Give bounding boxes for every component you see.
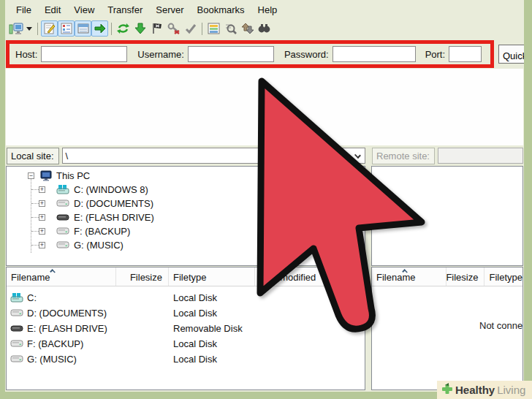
refresh-icon[interactable] [115, 20, 132, 37]
windows-drive-icon [10, 292, 24, 303]
column-header-filename[interactable]: Filename [372, 267, 446, 286]
remote-site-combobox [438, 148, 523, 164]
menu-bar: File Edit View Transfer Server Bookmarks… [10, 1, 284, 18]
toggle-queue-icon[interactable] [91, 20, 108, 37]
tree-node-label: This PC [56, 170, 90, 181]
site-manager-icon[interactable] [7, 20, 24, 37]
plus-leaf-icon [441, 382, 453, 398]
remote-file-list: Filename Filesize Filetype Not connected… [371, 267, 523, 390]
toolbar [7, 19, 273, 38]
menu-help[interactable]: Help [251, 3, 284, 17]
tree-node-drive-e[interactable]: E: (FLASH DRIVE) [7, 210, 365, 224]
expand-icon[interactable] [39, 200, 45, 207]
reconnect-icon[interactable] [182, 20, 199, 37]
tree-node-label: G: (MUSIC) [74, 240, 123, 251]
column-header-filetype[interactable]: Filetype [169, 267, 255, 286]
synchronized-browsing-icon[interactable] [239, 20, 256, 37]
drive-icon [10, 339, 24, 349]
drive-icon [56, 199, 70, 208]
tree-node-label: D: (DOCUMENTS) [74, 198, 153, 209]
username-input[interactable] [188, 46, 274, 62]
drive-icon [10, 308, 24, 318]
find-files-icon[interactable] [256, 20, 273, 37]
brand-text-bold: Healthy [455, 384, 495, 396]
filezilla-window: File Edit View Transfer Server Bookmarks… [5, 0, 524, 392]
tree-node-drive-c[interactable]: C: (WINDOWS 8) [7, 183, 365, 197]
menu-view[interactable]: View [67, 3, 101, 17]
drive-icon [56, 227, 70, 236]
tree-node-this-pc[interactable]: This PC [7, 169, 365, 183]
cancel-icon[interactable] [148, 20, 165, 37]
windows-drive-icon [56, 184, 70, 195]
password-input[interactable] [332, 46, 416, 62]
toggle-local-tree-icon[interactable] [58, 20, 75, 37]
password-label: Password: [284, 49, 329, 60]
file-row-drive-d[interactable]: D: (DOCUMENTS) Local Disk [7, 305, 365, 321]
local-site-path: \ [66, 151, 69, 162]
menu-bookmarks[interactable]: Bookmarks [191, 3, 251, 17]
local-site-label: Local site: [7, 148, 59, 164]
tree-node-drive-f[interactable]: F: (BACKUP) [7, 224, 365, 238]
remote-site-bar: Remote site: [372, 146, 523, 165]
quickconnect-button[interactable]: Quickconnect [498, 45, 524, 64]
healthy-living-logo: Healthy Living [437, 381, 532, 399]
toolbar-separator [111, 23, 112, 35]
removable-drive-icon [56, 213, 70, 222]
drive-icon [10, 354, 24, 364]
toggle-remote-tree-icon[interactable] [75, 20, 91, 37]
remote-tree-panel [371, 166, 523, 266]
port-input[interactable] [449, 46, 482, 62]
brand-text-light: Living [497, 384, 525, 396]
tree-node-drive-d[interactable]: D: (DOCUMENTS) [7, 197, 365, 210]
filename-filters-icon[interactable] [222, 20, 239, 37]
menu-edit[interactable]: Edit [38, 3, 67, 17]
file-row-drive-e[interactable]: E: (FLASH DRIVE) Removable Disk [7, 321, 365, 336]
username-label: Username: [137, 49, 184, 60]
quickconnect-bar-highlight: Host: Username: Password: Port: [6, 40, 494, 68]
tree-node-label: C: (WINDOWS 8) [74, 184, 148, 195]
sort-ascending-icon [50, 269, 56, 275]
local-tree-panel: This PC C: (WINDOWS 8) D: (DOCUMENTS) [6, 166, 365, 266]
message-log [6, 69, 523, 145]
menu-file[interactable]: File [10, 3, 38, 17]
chevron-down-icon[interactable] [354, 152, 361, 159]
column-header-filesize[interactable]: Filesize [116, 267, 169, 286]
site-manager-dropdown-icon[interactable] [24, 20, 34, 37]
tree-node-label: E: (FLASH DRIVE) [74, 212, 154, 223]
file-row-drive-c[interactable]: C: Local Disk [7, 290, 365, 305]
disconnect-icon[interactable] [165, 20, 182, 37]
port-label: Port: [425, 49, 445, 60]
column-header-filename[interactable]: Filename [7, 267, 116, 286]
local-site-bar: Local site: \ [7, 146, 365, 165]
local-file-list: Filename Filesize Filetype Last modified… [6, 267, 365, 390]
tree-node-drive-g[interactable]: G: (MUSIC) [7, 238, 365, 252]
host-label: Host: [15, 49, 37, 60]
column-header-last-modified[interactable]: Last modified [255, 267, 365, 286]
drive-icon [56, 240, 70, 250]
expand-icon[interactable] [39, 228, 45, 235]
removable-drive-icon [10, 324, 24, 333]
column-header-filesize[interactable]: Filesize [446, 267, 484, 286]
expand-icon[interactable] [39, 214, 45, 221]
not-connected-status: Not connected to any server [479, 320, 523, 331]
expand-icon[interactable] [39, 186, 45, 193]
menu-server[interactable]: Server [149, 3, 190, 17]
local-site-combobox[interactable]: \ [62, 148, 365, 164]
directory-listing-icon[interactable] [205, 20, 222, 37]
computer-icon [40, 170, 53, 181]
process-queue-icon[interactable] [132, 20, 148, 37]
toolbar-separator [202, 23, 202, 35]
collapse-icon[interactable] [28, 172, 34, 179]
file-row-drive-f[interactable]: F: (BACKUP) Local Disk [7, 336, 365, 352]
toggle-message-log-icon[interactable] [41, 20, 58, 37]
tree-node-label: F: (BACKUP) [74, 226, 130, 237]
toolbar-separator [37, 23, 38, 35]
remote-list-header: Filename Filesize Filetype [372, 267, 522, 286]
remote-site-label: Remote site: [372, 148, 435, 164]
column-header-filetype[interactable]: Filetype [484, 267, 522, 286]
expand-icon[interactable] [39, 242, 45, 248]
menu-transfer[interactable]: Transfer [101, 3, 149, 17]
local-list-header: Filename Filesize Filetype Last modified [7, 267, 365, 286]
host-input[interactable] [41, 46, 127, 62]
file-row-drive-g[interactable]: G: (MUSIC) Local Disk [7, 352, 365, 367]
